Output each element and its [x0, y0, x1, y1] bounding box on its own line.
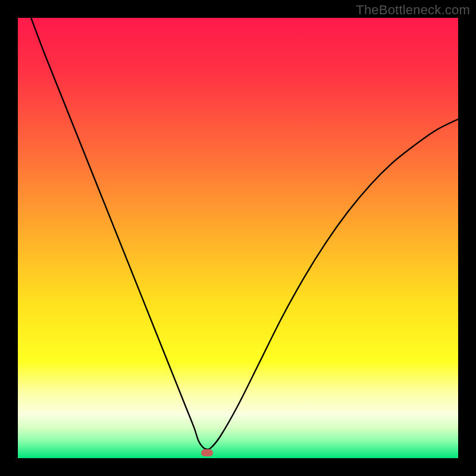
gradient-background — [18, 18, 458, 458]
svg-rect-0 — [18, 18, 458, 458]
chart-area — [18, 18, 458, 458]
optimum-marker — [201, 449, 213, 456]
watermark-text: TheBottleneck.com — [356, 2, 470, 18]
